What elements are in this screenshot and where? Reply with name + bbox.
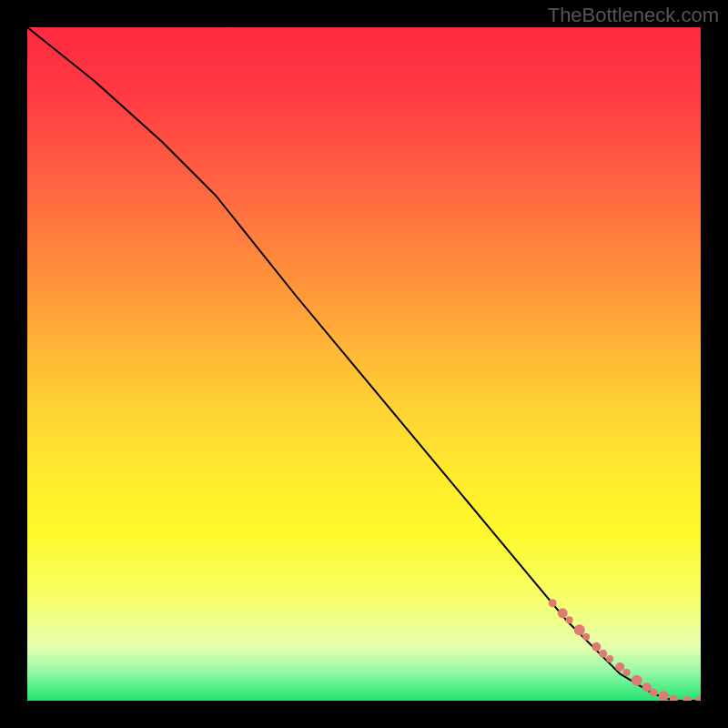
chart-marker (670, 695, 678, 701)
chart-marker (696, 696, 702, 702)
chart-stage: TheBottleneck.com (0, 0, 728, 728)
chart-overlay-svg (27, 27, 701, 701)
chart-marker (650, 689, 658, 697)
chart-marker (606, 655, 613, 662)
plot-area (27, 27, 701, 701)
chart-marker (549, 599, 557, 607)
chart-marker (623, 669, 631, 676)
chart-marker (582, 633, 590, 641)
chart-marker (566, 616, 573, 623)
chart-marker (615, 662, 624, 672)
chart-marker (599, 650, 607, 658)
chart-marker (642, 682, 652, 692)
watermark-text: TheBottleneck.com (548, 4, 719, 27)
chart-markers (549, 599, 701, 701)
chart-marker (682, 696, 692, 701)
chart-marker (659, 691, 669, 701)
chart-curve (27, 27, 701, 701)
chart-marker (592, 642, 601, 652)
chart-marker (632, 675, 642, 686)
chart-marker (558, 608, 568, 618)
chart-marker (574, 624, 585, 635)
